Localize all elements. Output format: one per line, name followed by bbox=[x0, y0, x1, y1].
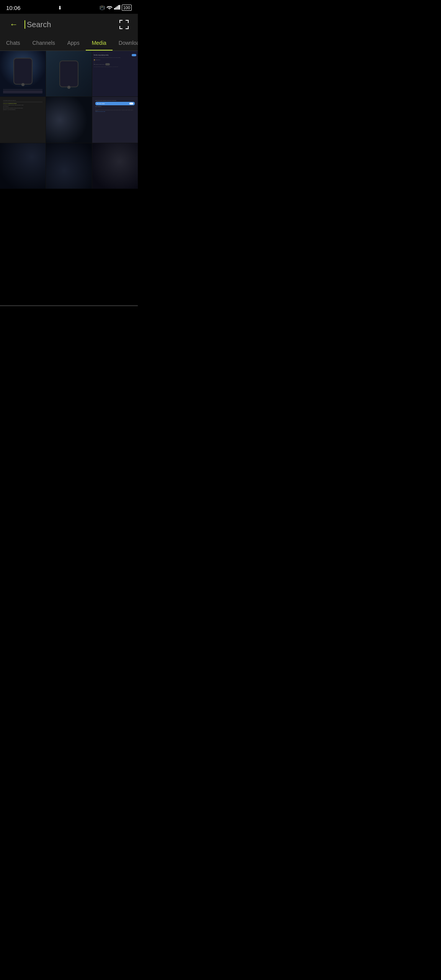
svg-rect-13 bbox=[128, 26, 129, 29]
media-item[interactable] bbox=[46, 97, 91, 142]
svg-rect-1 bbox=[114, 8, 115, 10]
svg-rect-11 bbox=[119, 26, 120, 29]
tab-media[interactable]: Media bbox=[86, 35, 113, 51]
svg-rect-4 bbox=[118, 5, 119, 9]
media-item[interactable] bbox=[0, 143, 46, 189]
download-status-icon: ⬇ bbox=[58, 5, 62, 11]
media-item[interactable]: move your phone between portrait and lan… bbox=[92, 97, 138, 142]
svg-rect-7 bbox=[119, 20, 120, 23]
media-grid: Identify songs playing nearby Share the … bbox=[0, 51, 138, 189]
status-time: 10:06 bbox=[6, 5, 21, 11]
status-bar: 10:06 ⬇ 📳 100 bbox=[0, 0, 138, 14]
svg-rect-9 bbox=[128, 20, 129, 23]
tab-channels[interactable]: Channels bbox=[26, 35, 61, 51]
vibrate-icon: 📳 bbox=[100, 5, 105, 10]
svg-point-0 bbox=[109, 9, 110, 9]
battery-icon: 100 bbox=[122, 5, 132, 11]
svg-rect-3 bbox=[116, 6, 118, 10]
keyboard-toolbar: A A ⚙ bbox=[0, 305, 138, 306]
tabs: Chats Channels Apps Media Downloads bbox=[0, 35, 138, 51]
wifi-icon bbox=[106, 5, 113, 11]
search-container[interactable]: Search bbox=[24, 20, 113, 29]
media-item[interactable]: ut modem powers the Pixel 10 es will use… bbox=[0, 97, 46, 142]
tab-chats[interactable]: Chats bbox=[0, 35, 26, 51]
media-item[interactable] bbox=[46, 51, 91, 96]
media-content: Identify songs playing nearby Share the … bbox=[0, 51, 138, 305]
keyboard: A A ⚙ 1 2 3 4 5 6 7 8 9 0 bbox=[0, 305, 138, 306]
tab-apps[interactable]: Apps bbox=[61, 35, 86, 51]
signal-icon bbox=[114, 5, 120, 11]
media-item[interactable] bbox=[46, 143, 91, 189]
header: ← Search bbox=[0, 14, 138, 35]
svg-rect-2 bbox=[115, 7, 116, 10]
media-item[interactable]: Identify songs playing nearby Share the … bbox=[92, 51, 138, 96]
svg-rect-5 bbox=[119, 5, 120, 10]
tab-downloads[interactable]: Downloads bbox=[113, 35, 138, 51]
search-input[interactable]: Search bbox=[24, 20, 51, 29]
media-item[interactable] bbox=[0, 51, 46, 96]
back-button[interactable]: ← bbox=[6, 17, 21, 32]
media-item[interactable] bbox=[92, 143, 138, 189]
scan-button[interactable] bbox=[116, 17, 132, 32]
status-icons: 📳 100 bbox=[100, 5, 132, 11]
